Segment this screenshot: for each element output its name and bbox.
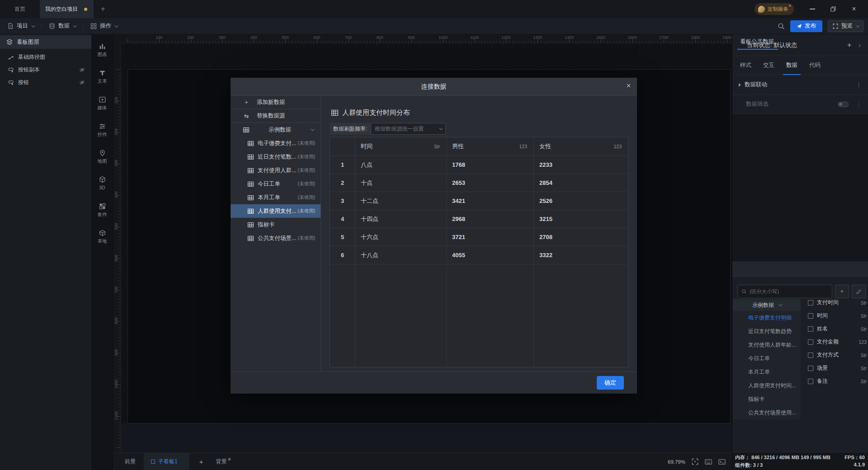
- checkbox[interactable]: [808, 326, 813, 332]
- checkbox[interactable]: [808, 379, 813, 384]
- checkbox[interactable]: [808, 313, 813, 319]
- checkbox[interactable]: [808, 300, 813, 306]
- dataset-group-dropdown[interactable]: 示例数据: [733, 299, 801, 311]
- fit-view-button[interactable]: [692, 458, 698, 465]
- ruler-label: 100: [114, 96, 118, 105]
- service-label: 定制服务: [768, 6, 788, 13]
- confirm-button[interactable]: 确定: [597, 376, 624, 390]
- console-button[interactable]: [718, 459, 726, 465]
- checkbox[interactable]: [808, 352, 813, 358]
- dataset-item[interactable]: 公共支付场景使用...: [733, 406, 801, 419]
- dataset-nav-item[interactable]: 今日工单(未使用): [231, 177, 321, 191]
- ruler-label: 1000: [114, 380, 118, 389]
- sample-data-group[interactable]: 示例数据: [231, 123, 321, 136]
- shortcuts-button[interactable]: [705, 459, 712, 465]
- ruler-corner: [113, 34, 121, 43]
- tab-interaction[interactable]: 交互: [763, 56, 774, 75]
- maximize-button[interactable]: [823, 0, 844, 18]
- refresh-rate-select[interactable]: 根据数据源统一设置: [371, 123, 446, 135]
- database-icon: [49, 23, 55, 29]
- dataset-item[interactable]: 近日支付笔数趋势: [733, 324, 801, 338]
- modal-close-button[interactable]: ×: [627, 82, 631, 89]
- layer-item-path-map[interactable]: 基础路径图: [0, 51, 91, 63]
- dataset-item[interactable]: 本月工单: [733, 365, 801, 379]
- filter-toggle[interactable]: [838, 102, 849, 107]
- checkbox[interactable]: [808, 366, 813, 371]
- dataset-nav-item[interactable]: 支付使用人群...(未使用): [231, 164, 321, 177]
- path-icon: [8, 54, 14, 60]
- preview-label: 预览: [841, 22, 853, 30]
- tab-home[interactable]: 首页: [0, 0, 40, 18]
- custom-service-badge[interactable]: 定制服务: [755, 3, 794, 15]
- menu-actions-label: 操作: [100, 22, 111, 30]
- cell-time: 十六点: [355, 228, 447, 246]
- add-subboard-button[interactable]: +: [199, 458, 203, 465]
- minimize-button[interactable]: [802, 0, 823, 18]
- dataset-item[interactable]: 支付使用人群年龄...: [733, 338, 801, 352]
- rail-item-map[interactable]: 地图: [91, 149, 113, 164]
- data-linkage-section[interactable]: 数据联动 ⋮: [732, 75, 868, 95]
- component-count: 组件数: 3 / 3: [735, 462, 763, 469]
- layers-panel-header[interactable]: 看板图层: [0, 35, 91, 49]
- dataset-nav-label: 近日支付笔数...: [258, 153, 296, 161]
- dataset-item[interactable]: 今日工单: [733, 352, 801, 365]
- public-data-title[interactable]: 看板公共数据: [740, 38, 774, 46]
- rail-item-local[interactable]: 本地: [91, 229, 113, 244]
- replace-datasource-button[interactable]: ⇆ 替换数据源: [231, 109, 321, 123]
- cell-male: 2968: [447, 210, 534, 228]
- search-button[interactable]: [778, 23, 785, 30]
- dataset-nav-item-selected[interactable]: 人群使用支付...(未使用): [231, 204, 321, 218]
- dataset-nav-item[interactable]: 指标卡: [231, 218, 321, 231]
- table-icon: [248, 209, 254, 214]
- rail-item-kits[interactable]: 套件: [91, 202, 113, 218]
- zoom-level[interactable]: 69.79%: [668, 459, 685, 465]
- rail-item-charts[interactable]: 图表: [91, 42, 113, 58]
- kebab-menu-icon[interactable]: ⋮: [856, 81, 862, 88]
- layer-item-button[interactable]: 按钮: [0, 76, 91, 89]
- modal-nav: ＋ 添加新数据 ⇆ 替换数据源 示例数据 电子缴费支付...(未使用) 近日支付…: [231, 96, 321, 371]
- menu-project[interactable]: 项目: [0, 18, 41, 34]
- chevron-down-icon: [73, 24, 76, 27]
- caret-right-icon: [739, 83, 741, 87]
- dataset-nav-item[interactable]: 近日支付笔数...(未使用): [231, 150, 321, 164]
- dataset-item[interactable]: 人群使用支付时间...: [733, 379, 801, 392]
- tab-code[interactable]: 代码: [809, 56, 821, 75]
- field-search-input[interactable]: [750, 289, 822, 294]
- tab-style[interactable]: 样式: [740, 56, 751, 75]
- field-type: 123: [859, 339, 867, 345]
- dataset-item[interactable]: 电子缴费支付明细: [733, 311, 801, 324]
- dataset-nav-item[interactable]: 公共支付场景...(未使用): [231, 231, 321, 245]
- rail-item-controls[interactable]: 控件: [91, 122, 113, 138]
- dataset-nav-label: 公共支付场景...: [258, 235, 296, 242]
- add-new-data-button[interactable]: ＋ 添加新数据: [231, 96, 321, 109]
- tab-project[interactable]: 我的空白项目: [40, 0, 94, 18]
- expand-states-button[interactable]: ›: [859, 42, 861, 49]
- data-filter-section[interactable]: 数据筛选 ⋮: [732, 95, 868, 114]
- add-state-button[interactable]: +: [847, 41, 851, 49]
- publish-button[interactable]: 发布: [790, 20, 822, 32]
- foreground-label[interactable]: 前景: [125, 458, 136, 465]
- layer-item-button-copy[interactable]: 按钮副本: [0, 63, 91, 76]
- menu-actions[interactable]: 操作: [83, 18, 124, 34]
- kebab-menu-icon[interactable]: ⋮: [856, 101, 862, 108]
- dataset-nav-item[interactable]: 本月工单(未使用): [231, 191, 321, 204]
- visibility-toggle[interactable]: [79, 80, 85, 85]
- visibility-toggle[interactable]: [79, 67, 85, 73]
- rail-item-3d[interactable]: 3D: [91, 176, 113, 190]
- preview-button[interactable]: 预览: [828, 20, 863, 32]
- background-label[interactable]: 背景 ⊕: [216, 458, 231, 465]
- chevron-down-icon: [114, 24, 118, 27]
- dataset-nav-item[interactable]: 电子缴费支付...(未使用): [231, 136, 321, 150]
- rail-item-text[interactable]: 文本: [91, 69, 113, 85]
- subboard-tab[interactable]: 子看板1: [144, 453, 189, 470]
- menu-data[interactable]: 数据: [42, 18, 83, 34]
- rail-item-label: 图表: [91, 52, 113, 58]
- dataset-item[interactable]: 指标卡: [733, 392, 801, 406]
- close-button[interactable]: ×: [844, 0, 864, 18]
- tab-data[interactable]: 数据: [786, 56, 797, 75]
- rail-item-media[interactable]: 媒体: [91, 96, 113, 111]
- new-tab-button[interactable]: +: [94, 0, 112, 18]
- dataset-nav-label: 指标卡: [258, 221, 275, 229]
- checkbox[interactable]: [808, 339, 813, 345]
- status-bar: 内存： 846 / 3216 / 4096 MB 149 / 995 MB FP…: [732, 452, 868, 470]
